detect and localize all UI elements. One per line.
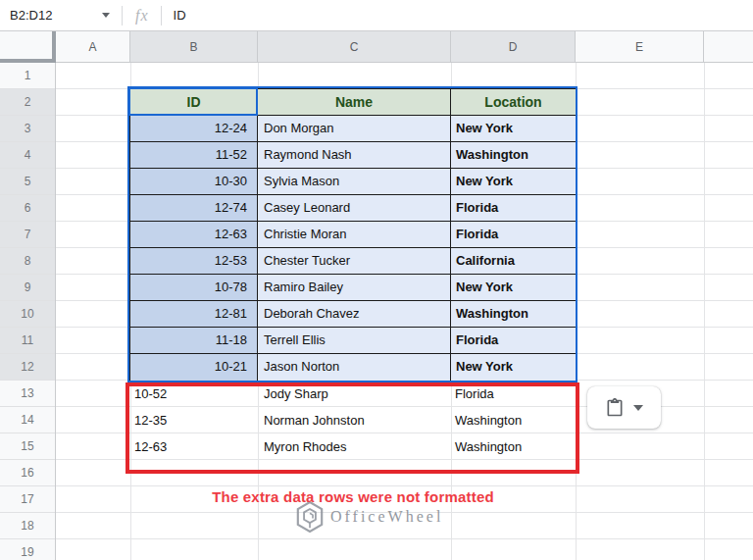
cell-id[interactable]: 12-63 [130, 433, 258, 460]
name-box-dropdown-icon[interactable] [102, 13, 110, 18]
column-header-b[interactable]: B [130, 31, 258, 63]
cell-location[interactable]: Washington [451, 301, 576, 328]
row-header-6[interactable]: 6 [0, 195, 55, 222]
column-header-c[interactable]: C [258, 31, 451, 63]
column-header-f[interactable] [704, 31, 753, 63]
header-cell-id[interactable]: ID [130, 89, 258, 116]
row-header-3[interactable]: 3 [0, 116, 55, 142]
table-row: 10-30 Sylvia Mason New York [130, 169, 576, 195]
cell-name[interactable]: Casey Leonard [258, 195, 451, 222]
row-header-19[interactable]: 19 [0, 539, 55, 560]
cell-id[interactable]: 10-21 [130, 354, 258, 381]
row-header-8[interactable]: 8 [0, 248, 55, 275]
cell-id[interactable]: 12-63 [130, 222, 258, 248]
name-box[interactable]: B2:D12 [0, 8, 98, 23]
cell-name[interactable]: Chester Tucker [258, 248, 451, 275]
column-header-a[interactable]: A [56, 31, 130, 63]
spreadsheet-app: B2:D12 fx ID A B C D E 1 2 3 4 5 6 7 8 9… [0, 0, 753, 560]
cell-id[interactable]: 10-52 [130, 381, 258, 407]
row-header-9[interactable]: 9 [0, 275, 55, 301]
row-header-2[interactable]: 2 [0, 89, 55, 116]
unformatted-row: 12-63 Myron Rhodes Washington [130, 433, 576, 460]
row-gutter: 1 2 3 4 5 6 7 8 9 10 11 12 13 14 15 16 1… [0, 63, 56, 560]
table-row: 12-53 Chester Tucker California [130, 248, 576, 275]
cell-location[interactable]: Florida [451, 381, 576, 407]
unformatted-row: 12-35 Norman Johnston Washington [130, 407, 576, 433]
cell-location[interactable]: New York [451, 354, 576, 381]
cell-id[interactable]: 11-52 [130, 142, 258, 169]
cell-name[interactable]: Jason Norton [258, 354, 451, 381]
cell-id[interactable]: 10-30 [130, 169, 258, 195]
cell-name[interactable]: Jody Sharp [258, 381, 451, 407]
row-header-15[interactable]: 15 [0, 433, 55, 460]
cell-name[interactable]: Terrell Ellis [258, 328, 451, 354]
cell-location[interactable]: New York [451, 275, 576, 301]
column-header-e[interactable]: E [576, 31, 704, 63]
gridline [704, 63, 705, 560]
data-table: ID Name Location 12-24 Don Morgan New Yo… [129, 88, 577, 382]
cell-id[interactable]: 12-53 [130, 248, 258, 275]
cell-id[interactable]: 10-78 [130, 275, 258, 301]
table-row: 11-18 Terrell Ellis Florida [130, 328, 576, 354]
cell-name[interactable]: Raymond Nash [258, 142, 451, 169]
row-header-14[interactable]: 14 [0, 407, 55, 433]
row-header-5[interactable]: 5 [0, 169, 55, 195]
paste-options-button[interactable] [587, 386, 661, 429]
fx-icon: fx [135, 7, 149, 25]
divider [161, 6, 162, 25]
row-header-10[interactable]: 10 [0, 301, 55, 328]
cell-name[interactable]: Ramiro Bailey [258, 275, 451, 301]
table-row: 12-63 Christie Moran Florida [130, 222, 576, 248]
row-header-18[interactable]: 18 [0, 513, 55, 539]
formula-bar: B2:D12 fx ID [0, 0, 753, 31]
table-row: 11-52 Raymond Nash Washington [130, 142, 576, 169]
cell-name[interactable]: Sylvia Mason [258, 169, 451, 195]
officewheel-watermark: OfficeWheel [295, 500, 443, 534]
watermark-text: OfficeWheel [330, 508, 443, 526]
row-header-11[interactable]: 11 [0, 328, 55, 354]
table-row: 12-81 Deborah Chavez Washington [130, 301, 576, 328]
cell-name[interactable]: Don Morgan [258, 116, 451, 142]
table-row: 12-24 Don Morgan New York [130, 116, 576, 142]
header-cell-location[interactable]: Location [451, 89, 576, 116]
cell-id[interactable]: 11-18 [130, 328, 258, 354]
unformatted-rows: 10-52 Jody Sharp Florida 12-35 Norman Jo… [130, 381, 576, 460]
cell-id[interactable]: 12-74 [130, 195, 258, 222]
column-headers: A B C D E [0, 31, 753, 63]
cell-location[interactable]: Washington [451, 433, 576, 460]
cell-location[interactable]: Washington [451, 142, 576, 169]
column-header-d[interactable]: D [451, 31, 576, 63]
cell-location[interactable]: Florida [451, 328, 576, 354]
row-header-7[interactable]: 7 [0, 222, 55, 248]
cell-location[interactable]: Florida [451, 195, 576, 222]
table-body: 12-24 Don Morgan New York 11-52 Raymond … [130, 116, 576, 381]
select-all-corner[interactable] [0, 31, 56, 63]
cell-name[interactable]: Christie Moran [258, 222, 451, 248]
cell-location[interactable]: Washington [451, 407, 576, 433]
cell-name[interactable]: Myron Rhodes [258, 433, 451, 460]
cell-location[interactable]: California [451, 248, 576, 275]
row-header-13[interactable]: 13 [0, 381, 55, 407]
unformatted-row: 10-52 Jody Sharp Florida [130, 381, 576, 407]
header-cell-name[interactable]: Name [258, 89, 451, 116]
row-header-16[interactable]: 16 [0, 460, 55, 486]
divider [122, 6, 123, 25]
officewheel-logo-icon [295, 500, 325, 534]
chevron-down-icon [633, 405, 643, 411]
cell-name[interactable]: Deborah Chavez [258, 301, 451, 328]
cell-location[interactable]: Florida [451, 222, 576, 248]
row-header-1[interactable]: 1 [0, 63, 55, 89]
clipboard-icon [605, 397, 625, 419]
cell-id[interactable]: 12-24 [130, 116, 258, 142]
annotation-caption: The extra data rows were not formatted [137, 488, 569, 505]
cell-id[interactable]: 12-35 [130, 407, 258, 433]
row-header-17[interactable]: 17 [0, 486, 55, 513]
formula-input[interactable]: ID [174, 8, 186, 23]
cell-id[interactable]: 12-81 [130, 301, 258, 328]
cell-location[interactable]: New York [451, 116, 576, 142]
table-row: 10-21 Jason Norton New York [130, 354, 576, 381]
cell-location[interactable]: New York [451, 169, 576, 195]
row-header-4[interactable]: 4 [0, 142, 55, 169]
row-header-12[interactable]: 12 [0, 354, 55, 381]
cell-name[interactable]: Norman Johnston [258, 407, 451, 433]
